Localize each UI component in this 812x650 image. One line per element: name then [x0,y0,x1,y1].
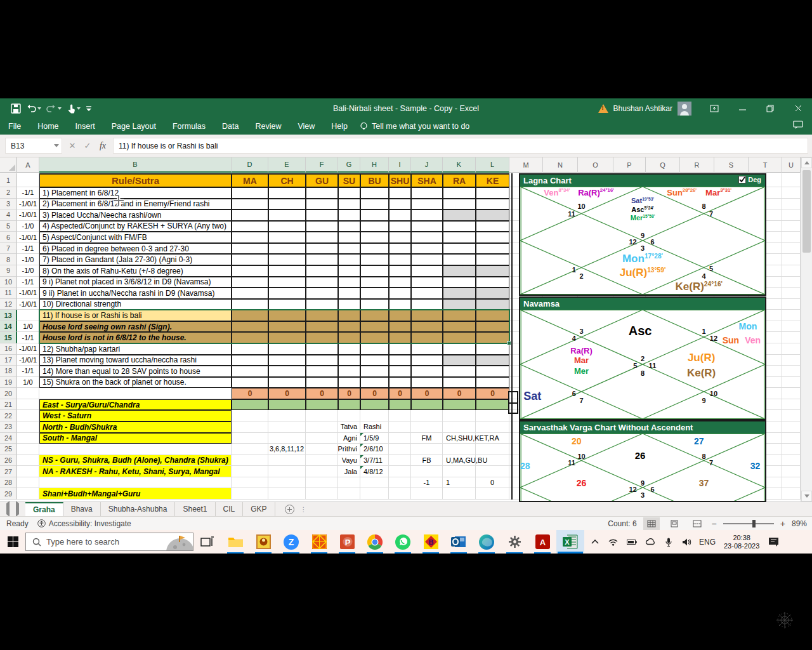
chrome-icon[interactable] [361,530,389,554]
cell-G29[interactable] [338,488,360,500]
page-break-view-icon[interactable] [689,517,705,530]
cell-E13[interactable] [268,310,306,321]
cell-E11[interactable] [268,288,306,299]
column-header-L[interactable]: L [476,157,509,173]
cell-D6[interactable] [232,232,268,243]
cell-G23[interactable]: Tatva [338,421,360,433]
cell-U7[interactable] [782,243,801,255]
volume-icon[interactable] [678,530,696,554]
ribbon-tab-home[interactable]: Home [29,118,67,135]
cell-I4[interactable] [389,209,411,221]
cell-G21[interactable] [338,399,360,411]
cell-D25[interactable] [232,444,268,455]
sheet-tab-graha[interactable]: Graha [25,502,63,517]
column-header-O[interactable]: O [578,157,613,173]
task-view-icon[interactable] [193,530,221,554]
cell-B26[interactable]: NS - Guru, Shukra, Budh (Alone), Chandra… [39,455,232,467]
cell-L17[interactable] [476,355,509,366]
cell-A12[interactable]: -1/0/1 [17,299,39,310]
cell-A9[interactable]: -1/0 [17,265,39,277]
cell-F27[interactable] [306,466,338,477]
cell-F24[interactable] [306,433,338,444]
cell-U2[interactable] [782,187,801,199]
close-button[interactable] [784,98,812,118]
tabbar-splitter[interactable]: ⋮ [301,506,308,513]
cell-E25[interactable]: 3,6,8,11,12 [268,444,306,455]
zoom-in-icon[interactable]: + [780,519,785,529]
cell-D27[interactable] [232,466,268,477]
cell-J17[interactable] [411,355,443,366]
cell-K28[interactable]: 1 [443,477,476,489]
cell-E9[interactable] [268,265,306,277]
edge-icon[interactable] [473,530,501,554]
cell-J26[interactable]: FB [411,455,443,467]
cell-A5[interactable]: -1/0 [17,221,39,232]
cell-I7[interactable] [389,243,411,255]
cell-H8[interactable] [360,254,389,265]
cell-A17[interactable]: -1/0/1 [17,355,39,366]
cell-L5[interactable] [476,221,509,232]
cell-B17[interactable]: 13) Planet moving toward uccha/neccha ra… [39,355,232,366]
cell-D26[interactable] [232,455,268,467]
cell-F11[interactable] [306,288,338,299]
cell-G6[interactable] [338,232,360,243]
cell-D14[interactable] [232,321,268,333]
cell-E15[interactable] [268,332,306,343]
language-indicator[interactable]: ENG [696,530,719,554]
row-header-8[interactable]: 8 [0,254,17,265]
cell-J12[interactable] [411,299,443,310]
cell-K15[interactable] [443,332,476,343]
cell-I15[interactable] [389,332,411,343]
page-layout-view-icon[interactable] [666,517,683,530]
cell-D22[interactable] [232,410,268,421]
chart-navamsa[interactable]: Navamsa341122511867109AscMonSunVenRa(R)M… [519,296,766,420]
cell-I9[interactable] [389,265,411,277]
cell-K19[interactable] [443,377,476,388]
cell-I14[interactable] [389,321,411,333]
cell-F13[interactable] [306,310,338,321]
cell-H6[interactable] [360,232,389,243]
checkbox-icon[interactable] [738,176,746,183]
column-header-K[interactable]: K [443,157,476,173]
cell-F25[interactable] [306,444,338,455]
cell-G9[interactable] [338,265,360,277]
cell-G27[interactable]: Jala [338,466,360,477]
cell-D15[interactable] [232,332,268,343]
row-header-20[interactable]: 20 [0,388,17,399]
cell-D8[interactable] [232,254,268,265]
cell-G25[interactable]: Prithvi [338,444,360,455]
vertical-scroll-thumb[interactable] [802,170,811,253]
tab-scroll-right-icon[interactable] [16,503,19,515]
cell-L19[interactable] [476,377,509,388]
cell-E23[interactable] [268,421,306,433]
cell-J18[interactable] [411,366,443,377]
cell-G22[interactable] [338,410,360,421]
zoom-slider[interactable] [723,523,774,524]
whatsapp-icon[interactable] [389,530,417,554]
onedrive-icon[interactable] [641,530,659,554]
customize-quick-access-toolbar-icon[interactable] [84,101,94,116]
restore-button[interactable] [756,98,784,118]
cell-E16[interactable] [268,343,306,355]
row-header-13[interactable]: 13 [0,310,17,321]
cell-G11[interactable] [338,288,360,299]
ribbon-tab-insert[interactable]: Insert [67,118,103,135]
cell-H25[interactable]: 2/6/10 [360,444,389,455]
cell-H28[interactable] [360,477,389,489]
cell-I28[interactable] [389,477,411,489]
cell-B21[interactable]: East - Surya/Guru/Chandra [39,399,232,411]
row-header-5[interactable]: 5 [0,221,17,232]
cell-A10[interactable]: -1/1 [17,277,39,288]
cell-D12[interactable] [232,299,268,310]
cell-A14[interactable]: 1/0 [17,321,39,333]
cell-B8[interactable]: 7) Placed in Gandant (Jala 27-30) (Agni … [39,254,232,265]
cell-J4[interactable] [411,209,443,221]
cell-L15[interactable] [476,332,509,343]
cell-H23[interactable]: Rashi [360,421,389,433]
cell-D9[interactable] [232,265,268,277]
cell-H11[interactable] [360,288,389,299]
cell-D7[interactable] [232,243,268,255]
cell-A20[interactable] [17,388,39,399]
cell-L9[interactable] [476,265,509,277]
cell-K13[interactable] [443,310,476,321]
